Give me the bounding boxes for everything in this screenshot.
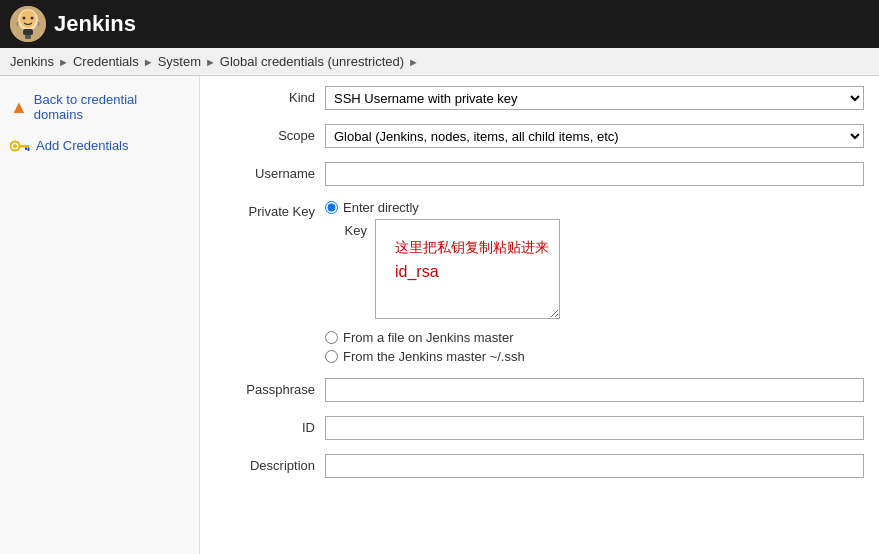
description-row: Description <box>215 454 864 482</box>
breadcrumb: Jenkins ► Credentials ► System ► Global … <box>0 48 879 76</box>
main-content: ▲ Back to credential domains Add Credent… <box>0 76 879 554</box>
jenkins-logo-icon <box>10 6 46 42</box>
id-control <box>325 416 864 440</box>
username-input[interactable] <box>325 162 864 186</box>
description-label: Description <box>215 454 325 473</box>
scope-control: Global (Jenkins, nodes, items, all child… <box>325 124 864 148</box>
svg-point-3 <box>23 17 26 20</box>
key-icon <box>10 139 30 153</box>
id-input[interactable] <box>325 416 864 440</box>
passphrase-row: Passphrase <box>215 378 864 406</box>
username-row: Username <box>215 162 864 190</box>
radio-sub-options: From a file on Jenkins master From the J… <box>325 330 864 364</box>
kind-control: SSH Username with private key <box>325 86 864 110</box>
id-label: ID <box>215 416 325 435</box>
svg-rect-9 <box>19 145 29 148</box>
description-control <box>325 454 864 478</box>
scope-label: Scope <box>215 124 325 143</box>
breadcrumb-sep-2: ► <box>143 56 154 68</box>
svg-point-2 <box>20 10 36 28</box>
breadcrumb-credentials[interactable]: Credentials <box>73 54 139 69</box>
kind-row: Kind SSH Username with private key <box>215 86 864 114</box>
private-key-section: Private Key Enter directly Key 这里把私钥复制粘贴… <box>215 200 864 368</box>
app-title: Jenkins <box>54 11 136 37</box>
svg-point-8 <box>13 144 17 148</box>
username-control <box>325 162 864 186</box>
scope-select[interactable]: Global (Jenkins, nodes, items, all child… <box>325 124 864 148</box>
kind-label: Kind <box>215 86 325 105</box>
sidebar: ▲ Back to credential domains Add Credent… <box>0 76 200 554</box>
enter-directly-radio[interactable] <box>325 201 338 214</box>
form-area: Kind SSH Username with private key Scope… <box>200 76 879 554</box>
description-input[interactable] <box>325 454 864 478</box>
from-ssh-radio[interactable] <box>325 350 338 363</box>
private-key-options: Enter directly Key 这里把私钥复制粘贴进来 id_rsa <box>325 200 864 368</box>
breadcrumb-system[interactable]: System <box>158 54 201 69</box>
username-label: Username <box>215 162 325 181</box>
enter-directly-label: Enter directly <box>343 200 419 215</box>
header-logo: Jenkins <box>10 6 136 42</box>
breadcrumb-sep-3: ► <box>205 56 216 68</box>
svg-rect-6 <box>25 35 31 39</box>
key-textarea-row: Key 这里把私钥复制粘贴进来 id_rsa <box>325 219 864 322</box>
passphrase-label: Passphrase <box>215 378 325 397</box>
svg-point-4 <box>31 17 34 20</box>
breadcrumb-global-credentials[interactable]: Global credentials (unrestricted) <box>220 54 404 69</box>
from-ssh-option: From the Jenkins master ~/.ssh <box>325 349 864 364</box>
svg-rect-11 <box>28 147 30 151</box>
svg-rect-10 <box>25 147 27 150</box>
from-file-label: From a file on Jenkins master <box>343 330 514 345</box>
sidebar-item-add-credentials[interactable]: Add Credentials <box>0 132 199 159</box>
sidebar-item-back[interactable]: ▲ Back to credential domains <box>0 86 199 128</box>
passphrase-input[interactable] <box>325 378 864 402</box>
from-file-option: From a file on Jenkins master <box>325 330 864 345</box>
enter-directly-option: Enter directly <box>325 200 864 215</box>
sidebar-back-label: Back to credential domains <box>34 92 189 122</box>
from-ssh-label: From the Jenkins master ~/.ssh <box>343 349 525 364</box>
key-textarea[interactable] <box>375 219 560 319</box>
from-file-radio[interactable] <box>325 331 338 344</box>
breadcrumb-sep-1: ► <box>58 56 69 68</box>
passphrase-control <box>325 378 864 402</box>
private-key-label: Private Key <box>215 200 325 219</box>
key-textarea-wrapper: 这里把私钥复制粘贴进来 id_rsa <box>375 219 864 322</box>
back-arrow-icon: ▲ <box>10 98 28 116</box>
sidebar-add-label: Add Credentials <box>36 138 129 153</box>
header: Jenkins <box>0 0 879 48</box>
kind-select[interactable]: SSH Username with private key <box>325 86 864 110</box>
scope-row: Scope Global (Jenkins, nodes, items, all… <box>215 124 864 152</box>
svg-rect-5 <box>23 29 33 35</box>
key-label: Key <box>325 219 375 238</box>
breadcrumb-sep-4: ► <box>408 56 419 68</box>
breadcrumb-jenkins[interactable]: Jenkins <box>10 54 54 69</box>
id-row: ID <box>215 416 864 444</box>
